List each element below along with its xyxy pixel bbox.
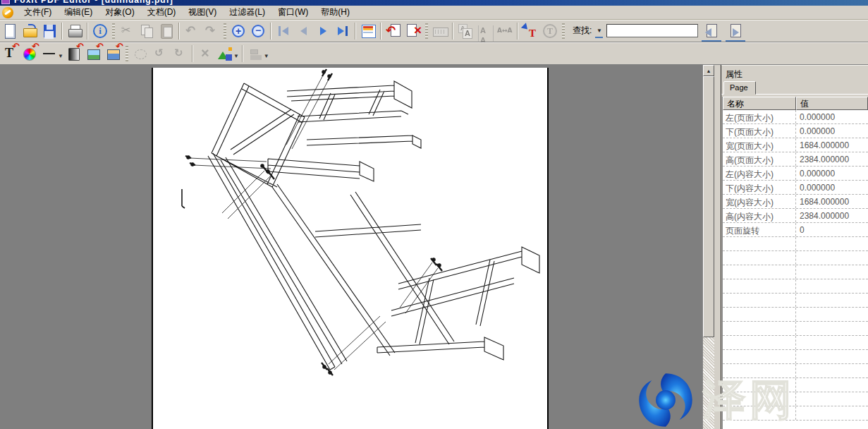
property-row[interactable]	[723, 265, 868, 279]
property-value[interactable]	[796, 364, 868, 377]
property-row[interactable]	[723, 294, 868, 308]
property-value[interactable]	[796, 392, 868, 406]
property-value[interactable]	[796, 308, 868, 321]
property-row[interactable]	[723, 251, 868, 265]
property-value[interactable]	[796, 350, 868, 363]
property-row[interactable]: 下(页面大小)0.000000	[723, 124, 868, 138]
pdf-page[interactable]	[152, 68, 549, 429]
property-value[interactable]	[796, 322, 868, 335]
property-value[interactable]: 2384.000000	[796, 152, 868, 166]
property-row[interactable]	[723, 322, 868, 336]
cut-icon	[118, 23, 135, 40]
text-tool-button[interactable]	[0, 44, 20, 64]
find-history-caret-icon[interactable]: ▼	[594, 25, 604, 37]
property-row[interactable]: 左(页面大小)0.000000	[723, 110, 868, 124]
delete-page-button[interactable]	[403, 21, 423, 41]
new-document-button[interactable]	[0, 21, 20, 41]
menu-item-edit[interactable]: 编辑(E)	[58, 5, 99, 20]
image-replace-button[interactable]	[104, 44, 123, 64]
find-input[interactable]	[606, 24, 698, 37]
about-info-button[interactable]	[90, 21, 110, 41]
property-value[interactable]: 2384.000000	[796, 209, 868, 222]
property-row[interactable]	[723, 406, 868, 421]
open-file-button[interactable]	[20, 21, 39, 41]
menu-item-object[interactable]: 对象(O)	[99, 5, 140, 20]
page-thumbnails-button[interactable]	[358, 21, 378, 41]
window-title: Foxit PDF Editor - [dunhuang.pdf]	[14, 0, 173, 5]
property-row[interactable]	[723, 392, 868, 406]
property-value[interactable]	[796, 294, 868, 307]
property-name: 下(内容大小)	[723, 181, 796, 194]
property-row[interactable]	[723, 350, 868, 364]
line-tool-button[interactable]	[39, 44, 59, 64]
revert-page-icon	[385, 23, 402, 40]
property-row[interactable]: 左(内容大小)0.000000	[723, 167, 868, 181]
toolbar-gripper	[425, 23, 428, 39]
property-row[interactable]: 宽(内容大小)1684.000000	[723, 195, 868, 209]
scroll-up-arrow-icon[interactable]: ▲	[703, 65, 714, 76]
property-value[interactable]: 0.000000	[796, 124, 868, 138]
property-value[interactable]: 0.000000	[796, 181, 868, 194]
property-row[interactable]	[723, 308, 868, 322]
property-name: 宽(内容大小)	[723, 195, 796, 208]
menu-item-help[interactable]: 帮助(H)	[314, 5, 356, 20]
property-value[interactable]: 1684.000000	[796, 138, 868, 152]
find-next-button[interactable]	[725, 22, 746, 40]
toolbar-separator	[192, 45, 193, 62]
property-row[interactable]	[723, 336, 868, 350]
undo-button	[182, 21, 202, 41]
redo-button	[202, 21, 221, 41]
property-row[interactable]: 高(内容大小)2384.000000	[723, 209, 868, 223]
zoom-in-button[interactable]	[228, 21, 248, 41]
property-value[interactable]: 0.000000	[796, 167, 868, 180]
property-value[interactable]: 0.000000	[796, 110, 868, 123]
add-text-icon	[522, 23, 539, 40]
fill-tool-button[interactable]	[64, 44, 84, 64]
tab-page[interactable]: Page	[723, 81, 756, 95]
property-value[interactable]	[796, 251, 868, 265]
property-row[interactable]: 宽(页面大小)1684.000000	[723, 138, 868, 152]
color-tool-button[interactable]	[20, 44, 39, 64]
toolbar-gripper	[112, 23, 115, 39]
property-row[interactable]	[723, 237, 868, 251]
property-row[interactable]: 页面旋转0	[723, 223, 868, 237]
property-name	[723, 322, 796, 335]
circle-text-button	[540, 21, 560, 41]
add-text-button[interactable]	[520, 21, 540, 41]
menu-item-window[interactable]: 窗口(W)	[271, 5, 314, 20]
property-value[interactable]	[796, 406, 868, 420]
menu-item-view[interactable]: 视图(V)	[182, 5, 223, 20]
property-value[interactable]	[796, 336, 868, 349]
toolbar-main: 查找:▼	[0, 20, 868, 42]
property-value[interactable]	[796, 265, 868, 279]
next-page-button[interactable]	[313, 21, 333, 41]
shapes-tool-button[interactable]	[215, 44, 235, 64]
property-row[interactable]	[723, 279, 868, 294]
document-area[interactable]	[0, 65, 702, 429]
property-value[interactable]	[796, 279, 868, 293]
menu-item-filter[interactable]: 过滤器(L)	[223, 5, 271, 20]
property-value[interactable]	[796, 237, 868, 250]
property-value[interactable]	[796, 378, 868, 392]
property-value[interactable]: 1684.000000	[796, 195, 868, 208]
property-row[interactable]: 下(内容大小)0.000000	[723, 181, 868, 195]
property-value[interactable]: 0	[796, 223, 868, 236]
image-edit-icon	[85, 45, 102, 62]
image-edit-button[interactable]	[84, 44, 104, 64]
property-row[interactable]: 高(页面大小)2384.000000	[723, 152, 868, 167]
panel-splitter[interactable]	[714, 65, 721, 429]
vertical-scrollbar[interactable]: ▲	[702, 65, 714, 429]
scrollbar-thumb[interactable]	[703, 76, 714, 337]
print-button[interactable]	[65, 21, 85, 41]
property-row[interactable]	[723, 378, 868, 392]
save-file-button[interactable]	[39, 21, 59, 41]
find-previous-button[interactable]	[701, 22, 722, 40]
zoom-out-button[interactable]	[248, 21, 268, 41]
revert-page-button[interactable]	[384, 21, 403, 41]
last-page-button[interactable]	[333, 21, 353, 41]
menu-item-document[interactable]: 文档(D)	[141, 5, 183, 20]
menu-item-file[interactable]: 文件(F)	[18, 5, 58, 20]
property-row[interactable]	[723, 364, 868, 378]
prev-page-button[interactable]	[293, 21, 313, 41]
first-page-button[interactable]	[274, 21, 293, 41]
